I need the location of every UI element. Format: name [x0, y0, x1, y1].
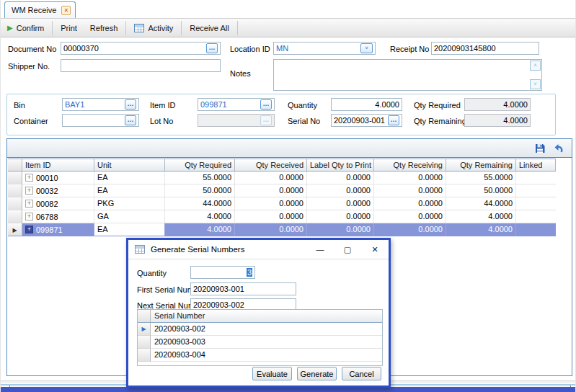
expand-icon[interactable]: + — [25, 200, 33, 208]
notes-textarea[interactable]: ˄ ˅ — [273, 59, 542, 91]
receive-all-button[interactable]: Receive All — [183, 19, 235, 37]
cell-qty-required: 55.0000 — [165, 172, 235, 184]
bin-lookup-icon[interactable]: … — [125, 99, 136, 110]
grid-header-linked[interactable]: Linked — [516, 159, 556, 172]
document-no-field[interactable]: 00000370 … — [61, 42, 221, 55]
location-id-label: Location ID — [230, 45, 270, 53]
maximize-icon[interactable]: ▢ — [334, 240, 361, 259]
cell-qty-received: 0.0000 — [235, 197, 307, 210]
row-selector[interactable] — [8, 197, 22, 210]
confirm-label: Confirm — [17, 24, 45, 32]
row-selector[interactable] — [8, 184, 22, 197]
dialog-title-bar[interactable]: Generate Serial Numbers — ▢ ✕ — [128, 240, 389, 259]
dialog-quantity-value: 3 — [247, 268, 252, 277]
qty-remaining-label: Qty Remaining — [414, 117, 466, 125]
bin-field[interactable]: BAY1 … — [62, 98, 139, 111]
expand-icon[interactable]: + — [25, 226, 33, 233]
expand-icon[interactable]: + — [25, 187, 33, 195]
save-icon[interactable] — [534, 143, 546, 154]
cell-label-qty: 0.0000 — [307, 197, 374, 210]
row-selector[interactable] — [138, 349, 151, 362]
notes-label: Notes — [230, 69, 251, 78]
table-row[interactable]: +00082 PKG 44.0000 0.0000 0.0000 0.0000 … — [8, 197, 556, 210]
container-field[interactable]: … — [62, 114, 139, 127]
serial-no-value: 20200903-001 — [334, 116, 386, 125]
evaluate-button[interactable]: Evaluate — [252, 367, 292, 380]
activity-button[interactable]: Activity — [128, 19, 180, 37]
row-selector[interactable] — [8, 172, 22, 184]
dialog-system-buttons: — ▢ ✕ — [306, 240, 389, 259]
tab-wm-receive[interactable]: WM Receive ✕ — [4, 1, 76, 18]
cell-label-qty: 0.0000 — [307, 210, 374, 223]
expand-icon[interactable]: + — [25, 174, 33, 182]
location-id-combo[interactable]: MN ˅ — [273, 42, 376, 55]
grid-header-row: Item ID Unit Qty Required Qty Received L… — [8, 159, 556, 172]
grid-header-item-id[interactable]: Item ID — [22, 159, 94, 172]
tab-close-icon[interactable]: ✕ — [61, 6, 71, 15]
grid-header-qty-required[interactable]: Qty Required — [165, 159, 235, 172]
serial-list-header[interactable]: Serial Number — [151, 310, 382, 323]
container-lookup-icon[interactable]: … — [125, 115, 136, 125]
expand-icon[interactable]: + — [25, 213, 33, 220]
scroll-up-icon[interactable]: ˄ — [530, 61, 541, 71]
document-no-lookup-icon[interactable]: … — [206, 43, 218, 53]
cell-linked — [516, 210, 556, 223]
grid-header-unit[interactable]: Unit — [94, 159, 165, 172]
table-row[interactable]: +06788 GA 4.0000 0.0000 0.0000 0.0000 4.… — [8, 210, 556, 223]
dialog-title: Generate Serial Numbers — [151, 245, 306, 254]
dialog-quantity-field[interactable]: 3 — [190, 266, 255, 279]
location-id-dropdown-icon[interactable]: ˅ — [360, 43, 373, 53]
grid-header-qty-received[interactable]: Qty Received — [235, 159, 307, 172]
row-selector[interactable] — [8, 210, 22, 223]
cell-qty-remaining: 55.0000 — [446, 172, 516, 184]
cell-qty-remaining: 50.0000 — [446, 184, 516, 197]
cancel-button[interactable]: Cancel — [342, 367, 381, 380]
undo-icon[interactable] — [553, 143, 564, 154]
cell-item-id: +00082 — [22, 197, 94, 210]
close-icon[interactable]: ✕ — [361, 240, 389, 259]
confirm-button[interactable]: ▶ Confirm — [1, 19, 50, 37]
grid-header-selector — [8, 159, 22, 172]
serial-list-header-row: Serial Number — [138, 310, 382, 323]
grid-header-qty-receiving[interactable]: Qty Receiving — [374, 159, 446, 172]
item-id-label: Item ID — [150, 101, 175, 110]
print-label: Print — [61, 24, 77, 32]
list-item[interactable]: ▶ 20200903-002 — [138, 323, 382, 336]
scroll-down-icon[interactable]: ˅ — [530, 79, 541, 89]
quantity-field[interactable]: 4.0000 — [331, 98, 402, 111]
activity-label: Activity — [148, 24, 173, 32]
quantity-label: Quantity — [288, 101, 317, 110]
serial-no-field[interactable]: 20200903-001 … — [331, 114, 402, 127]
refresh-button[interactable]: Refresh — [84, 19, 125, 37]
serial-no-lookup-icon[interactable]: … — [388, 115, 399, 125]
item-id-field[interactable]: 099871 … — [198, 98, 275, 111]
cell-linked — [516, 184, 556, 197]
generate-button[interactable]: Generate — [297, 367, 337, 380]
table-row[interactable]: +00032 EA 50.0000 0.0000 0.0000 0.0000 5… — [8, 184, 556, 197]
row-selector[interactable]: ▶ — [8, 223, 22, 236]
grid-header-qty-remaining[interactable]: Qty Remaining — [446, 159, 516, 172]
cell-qty-receiving: 0.0000 — [374, 172, 446, 184]
row-selector[interactable] — [138, 336, 151, 349]
row-selector[interactable]: ▶ — [138, 323, 151, 336]
list-item[interactable]: 20200903-003 — [138, 336, 382, 349]
minimize-icon[interactable]: — — [306, 240, 334, 259]
first-serial-field[interactable]: 20200903-001 — [190, 282, 296, 295]
table-row[interactable]: +00010 EA 55.0000 0.0000 0.0000 0.0000 5… — [8, 172, 556, 184]
shipper-no-field[interactable] — [61, 59, 221, 72]
receipt-no-field[interactable]: 20200903145800 — [431, 42, 539, 55]
current-row-arrow-icon: ▶ — [12, 227, 17, 233]
play-icon: ▶ — [7, 24, 13, 32]
notes-scrollbar[interactable]: ˄ ˅ — [530, 61, 541, 89]
toolbar-separator — [237, 21, 238, 35]
cell-qty-receiving: 0.0000 — [374, 210, 446, 223]
document-no-value: 00000370 — [63, 44, 205, 53]
list-item[interactable]: 20200903-004 — [138, 349, 382, 362]
table-row-selected[interactable]: ▶ +099871 EA 4.0000 0.0000 0.0000 0.0000… — [8, 223, 556, 236]
grid-header-label-qty[interactable]: Label Qty to Print — [307, 159, 374, 172]
cell-qty-received: 0.0000 — [235, 223, 307, 236]
serial-list-header-selector — [138, 310, 151, 323]
print-button[interactable]: Print — [54, 19, 84, 37]
generate-serial-numbers-dialog: Generate Serial Numbers — ▢ ✕ Quantity 3… — [126, 238, 391, 388]
item-id-lookup-icon[interactable]: … — [260, 99, 272, 110]
